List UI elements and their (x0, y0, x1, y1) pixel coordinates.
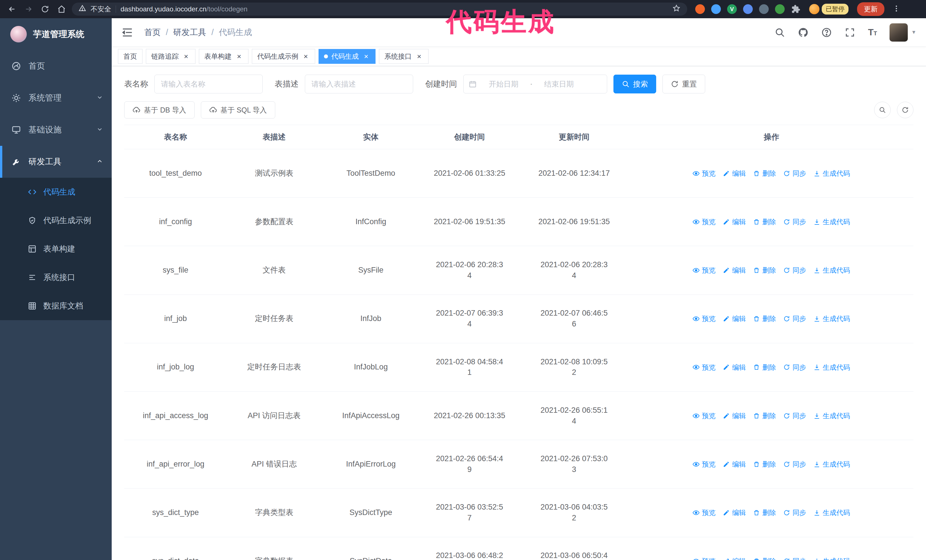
browser-extension-icon[interactable] (775, 4, 785, 14)
sync-link[interactable]: 同步 (783, 217, 806, 227)
sidebar-item-api[interactable]: 系统接口 (0, 263, 112, 292)
preview-link[interactable]: 预览 (693, 508, 716, 518)
generate-code-link[interactable]: 生成代码 (814, 411, 850, 421)
search-icon[interactable] (775, 27, 785, 38)
sync-link[interactable]: 同步 (783, 362, 806, 372)
delete-link[interactable]: 删除 (753, 217, 776, 227)
sidebar-item-codegen[interactable]: 代码生成 (0, 178, 112, 206)
extensions-puzzle-icon[interactable] (791, 4, 800, 14)
browser-update-button[interactable]: 更新 (857, 2, 884, 16)
generate-code-link[interactable]: 生成代码 (814, 556, 850, 560)
generate-code-link[interactable]: 生成代码 (814, 459, 850, 469)
breadcrumb-item[interactable]: 研发工具 (173, 27, 206, 38)
sidebar-item-codegen-example[interactable]: 代码生成示例 (0, 206, 112, 235)
fullscreen-icon[interactable] (844, 27, 855, 38)
sidebar-fold-icon[interactable] (121, 27, 133, 38)
generate-code-link[interactable]: 生成代码 (814, 266, 850, 275)
sync-link[interactable]: 同步 (783, 508, 806, 518)
browser-extension-icon[interactable] (759, 4, 769, 14)
preview-link[interactable]: 预览 (693, 411, 716, 421)
tags-view-tab[interactable]: 系统接口× (379, 49, 428, 64)
sync-link[interactable]: 同步 (783, 556, 806, 560)
sync-link[interactable]: 同步 (783, 411, 806, 421)
back-icon[interactable] (6, 3, 18, 15)
delete-link[interactable]: 删除 (753, 266, 776, 275)
forward-icon[interactable] (22, 3, 35, 15)
preview-link[interactable]: 预览 (693, 217, 716, 227)
sidebar-item-devtools[interactable]: 研发工具 (0, 146, 112, 178)
tags-view-tab[interactable]: 表单构建× (199, 49, 248, 64)
browser-extension-icon[interactable] (711, 4, 721, 14)
edit-link[interactable]: 编辑 (723, 508, 746, 518)
tags-view-tab[interactable]: 代码生成示例× (252, 49, 315, 64)
delete-link[interactable]: 删除 (753, 556, 776, 560)
browser-home-icon[interactable] (55, 3, 68, 15)
refresh-table-button[interactable] (897, 102, 914, 118)
delete-link[interactable]: 删除 (753, 362, 776, 372)
tags-view-tab[interactable]: 链路追踪× (146, 49, 195, 64)
sidebar-item-home[interactable]: 首页 (0, 50, 112, 82)
generate-code-link[interactable]: 生成代码 (814, 169, 850, 178)
start-date-input[interactable] (480, 80, 527, 89)
browser-extension-icon[interactable] (743, 4, 753, 14)
browser-extension-icon[interactable] (695, 4, 705, 14)
generate-code-link[interactable]: 生成代码 (814, 314, 850, 324)
date-range-picker[interactable]: - (463, 75, 607, 94)
browser-extension-icon[interactable]: V (727, 4, 737, 14)
sidebar-item-db-doc[interactable]: 数据库文档 (0, 292, 112, 320)
sync-link[interactable]: 同步 (783, 459, 806, 469)
delete-link[interactable]: 删除 (753, 314, 776, 324)
preview-link[interactable]: 预览 (693, 314, 716, 324)
import-sql-button[interactable]: 基于 SQL 导入 (201, 101, 275, 118)
close-icon[interactable]: × (302, 53, 310, 60)
edit-link[interactable]: 编辑 (723, 362, 746, 372)
table-name-input[interactable] (154, 75, 263, 94)
sync-link[interactable]: 同步 (783, 266, 806, 275)
sidebar-item-system[interactable]: 系统管理 (0, 82, 112, 114)
import-db-button[interactable]: 基于 DB 导入 (124, 101, 195, 118)
preview-link[interactable]: 预览 (693, 266, 716, 275)
close-icon[interactable]: × (235, 53, 243, 60)
sync-link[interactable]: 同步 (783, 314, 806, 324)
edit-link[interactable]: 编辑 (723, 459, 746, 469)
preview-link[interactable]: 预览 (693, 169, 716, 178)
app-logo[interactable]: 芋道管理系统 (0, 18, 112, 50)
sidebar-item-infra[interactable]: 基础设施 (0, 114, 112, 146)
edit-link[interactable]: 编辑 (723, 266, 746, 275)
browser-profile[interactable]: 已暂停 (809, 4, 849, 15)
font-size-icon[interactable]: TT (868, 27, 877, 38)
github-icon[interactable] (798, 27, 809, 38)
edit-link[interactable]: 编辑 (723, 217, 746, 227)
tags-view-tab[interactable]: 首页 (118, 49, 142, 64)
delete-link[interactable]: 删除 (753, 169, 776, 178)
close-icon[interactable]: × (182, 53, 190, 60)
reload-icon[interactable] (39, 3, 51, 15)
search-button[interactable]: 搜索 (613, 75, 656, 94)
delete-link[interactable]: 删除 (753, 508, 776, 518)
user-menu[interactable]: ▼ (890, 23, 916, 42)
edit-link[interactable]: 编辑 (723, 169, 746, 178)
breadcrumb-item[interactable]: 首页 (144, 27, 161, 38)
preview-link[interactable]: 预览 (693, 459, 716, 469)
edit-link[interactable]: 编辑 (723, 314, 746, 324)
end-date-input[interactable] (536, 80, 583, 89)
bookmark-star-icon[interactable] (672, 4, 680, 14)
address-bar[interactable]: 不安全 dashboard.yudao.iocoder.cn/tool/code… (72, 3, 687, 16)
sidebar-item-form-builder[interactable]: 表单构建 (0, 235, 112, 263)
generate-code-link[interactable]: 生成代码 (814, 508, 850, 518)
tags-view-tab[interactable]: 代码生成× (319, 49, 375, 64)
sync-link[interactable]: 同步 (783, 169, 806, 178)
edit-link[interactable]: 编辑 (723, 556, 746, 560)
preview-link[interactable]: 预览 (693, 362, 716, 372)
generate-code-link[interactable]: 生成代码 (814, 217, 850, 227)
delete-link[interactable]: 删除 (753, 459, 776, 469)
preview-link[interactable]: 预览 (693, 556, 716, 560)
table-desc-input[interactable] (305, 75, 413, 94)
edit-link[interactable]: 编辑 (723, 411, 746, 421)
reset-button[interactable]: 重置 (663, 75, 705, 94)
generate-code-link[interactable]: 生成代码 (814, 362, 850, 372)
help-icon[interactable] (821, 27, 832, 38)
delete-link[interactable]: 删除 (753, 411, 776, 421)
close-icon[interactable]: × (362, 53, 370, 60)
menu-dots-icon[interactable] (893, 5, 900, 14)
